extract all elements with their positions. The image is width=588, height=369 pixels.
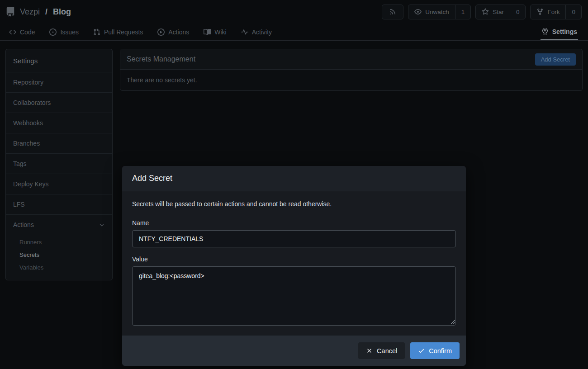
- repo-owner-link[interactable]: Vezpi: [20, 7, 40, 17]
- fork-button-group: Fork 0: [530, 5, 582, 19]
- cancel-button[interactable]: Cancel: [358, 342, 405, 359]
- add-secret-modal: Add Secret Secrets will be passed to cer…: [122, 166, 466, 366]
- sidebar-title: Settings: [6, 49, 112, 72]
- watch-button-group: Unwatch 1: [408, 5, 471, 19]
- name-field-group: Name: [132, 219, 456, 247]
- forks-count[interactable]: 0: [565, 5, 581, 19]
- value-textarea-wrap: gitea_blog:<password>: [132, 266, 456, 326]
- secrets-panel: Secrets Management Add Secret There are …: [120, 49, 583, 91]
- issue-icon: [49, 28, 57, 36]
- x-icon: [366, 347, 373, 354]
- name-label: Name: [132, 219, 456, 227]
- nav-tabs: Code Issues Pull Requests Actions Wiki: [9, 24, 272, 40]
- star-icon: [482, 8, 489, 15]
- value-field-group: Value gitea_blog:<password>: [132, 255, 456, 326]
- sidebar-item-repository[interactable]: Repository: [6, 72, 112, 92]
- book-icon: [204, 28, 211, 36]
- tab-code-label: Code: [20, 28, 35, 36]
- tab-wiki-label: Wiki: [214, 28, 226, 36]
- secret-value-textarea[interactable]: gitea_blog:<password>: [132, 266, 456, 326]
- sidebar-item-webhooks[interactable]: Webhooks: [6, 113, 112, 133]
- repo-path-separator: /: [45, 7, 47, 17]
- sidebar-item-runners[interactable]: Runners: [6, 236, 112, 248]
- value-label: Value: [132, 255, 456, 263]
- tab-activity-label: Activity: [252, 28, 272, 36]
- modal-footer: Cancel Confirm: [122, 336, 466, 366]
- sidebar-actions-label: Actions: [13, 221, 34, 228]
- eye-icon: [414, 8, 422, 15]
- tab-code[interactable]: Code: [9, 24, 35, 40]
- repo-navbar: Code Issues Pull Requests Actions Wiki: [0, 24, 588, 41]
- tab-pull-requests[interactable]: Pull Requests: [93, 24, 143, 40]
- repo-title: Vezpi / Blog: [5, 7, 71, 17]
- tab-settings[interactable]: Settings: [541, 24, 578, 40]
- tab-settings-label: Settings: [552, 28, 577, 35]
- modal-body: Secrets will be passed to certain action…: [122, 191, 466, 336]
- secrets-panel-header: Secrets Management Add Secret: [120, 49, 582, 70]
- sidebar-item-deploy-keys[interactable]: Deploy Keys: [6, 174, 112, 194]
- tab-issues[interactable]: Issues: [49, 24, 78, 40]
- star-label: Star: [493, 9, 504, 15]
- repo-action-buttons: Unwatch 1 Star 0 Fork 0: [382, 5, 582, 19]
- cancel-label: Cancel: [377, 347, 397, 355]
- topbar: Vezpi / Blog Unwatch 1: [0, 0, 588, 24]
- code-icon: [9, 28, 16, 36]
- repo-name-link[interactable]: Blog: [53, 7, 71, 17]
- fork-button[interactable]: Fork: [531, 5, 565, 19]
- modal-title: Add Secret: [122, 166, 466, 191]
- panel-title: Secrets Management: [127, 55, 195, 63]
- unwatch-button[interactable]: Unwatch: [408, 5, 455, 19]
- sidebar-item-actions[interactable]: Actions: [6, 214, 112, 235]
- add-secret-button[interactable]: Add Secret: [535, 53, 576, 66]
- chevron-down-icon: [99, 222, 105, 228]
- sidebar-actions-submenu: Runners Secrets Variables: [6, 235, 112, 280]
- sidebar-item-collaborators[interactable]: Collaborators: [6, 92, 112, 113]
- settings-sidebar: Settings Repository Collaborators Webhoo…: [5, 49, 113, 280]
- star-button[interactable]: Star: [476, 5, 510, 19]
- tab-actions-label: Actions: [168, 28, 189, 36]
- rss-feed-button[interactable]: [382, 5, 403, 19]
- tab-actions[interactable]: Actions: [157, 24, 189, 40]
- sidebar-item-lfs[interactable]: LFS: [6, 194, 112, 214]
- sidebar-item-secrets[interactable]: Secrets: [6, 248, 112, 261]
- secrets-empty-state: There are no secrets yet.: [120, 70, 582, 90]
- tab-issues-label: Issues: [60, 28, 78, 36]
- tools-icon: [541, 28, 549, 35]
- modal-description: Secrets will be passed to certain action…: [132, 200, 456, 208]
- sidebar-item-tags[interactable]: Tags: [6, 153, 112, 174]
- confirm-button[interactable]: Confirm: [410, 342, 460, 359]
- sidebar-item-branches[interactable]: Branches: [6, 133, 112, 153]
- tab-pull-requests-label: Pull Requests: [104, 28, 143, 36]
- secret-name-input[interactable]: [132, 230, 456, 247]
- tab-wiki[interactable]: Wiki: [204, 24, 226, 40]
- tab-activity[interactable]: Activity: [241, 24, 272, 40]
- git-pull-request-icon: [93, 28, 100, 36]
- play-circle-icon: [157, 28, 165, 36]
- confirm-label: Confirm: [429, 347, 452, 355]
- stars-count[interactable]: 0: [510, 5, 526, 19]
- rss-icon: [389, 8, 396, 15]
- watchers-count[interactable]: 1: [455, 5, 471, 19]
- check-icon: [418, 347, 425, 354]
- star-button-group: Star 0: [475, 5, 526, 19]
- pulse-icon: [241, 28, 248, 36]
- unwatch-label: Unwatch: [425, 9, 449, 15]
- fork-icon: [536, 8, 544, 15]
- fork-label: Fork: [547, 9, 560, 15]
- repo-icon: [5, 7, 15, 17]
- sidebar-item-variables[interactable]: Variables: [6, 261, 112, 274]
